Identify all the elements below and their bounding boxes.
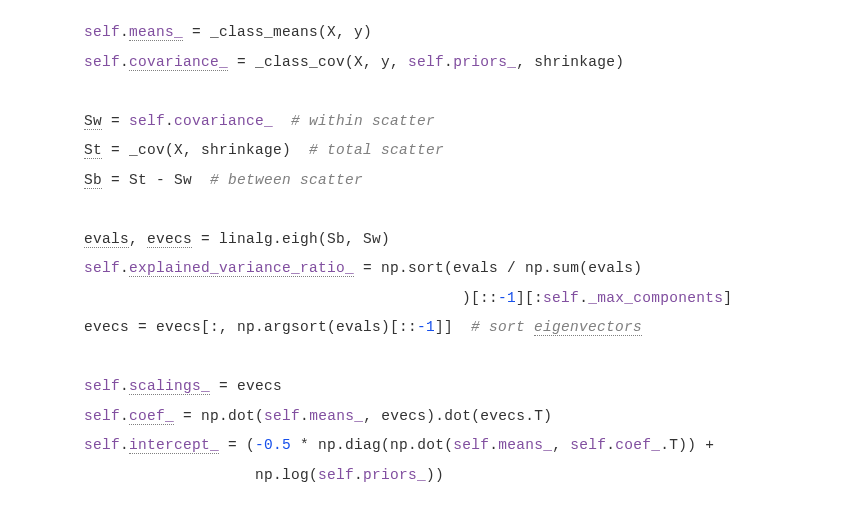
code-token: (X, shrinkage) [165, 142, 291, 158]
code-token: self [543, 290, 579, 306]
code-token: = [228, 54, 255, 70]
code-token: means_ [498, 437, 552, 453]
code-token: St [84, 142, 102, 159]
code-token: priors_ [453, 54, 516, 70]
code-token: Sw [84, 113, 102, 130]
code-token: , [552, 437, 570, 453]
code-token: evecs [147, 231, 192, 248]
code-token [291, 142, 309, 158]
code-token: sort [408, 260, 444, 276]
code-token: _max_components [588, 290, 723, 306]
code-token: )[:: [84, 290, 498, 306]
code-token: self [264, 408, 300, 424]
code-token: self [84, 378, 120, 394]
code-token: self [408, 54, 444, 70]
code-token: np. [84, 467, 282, 483]
code-token: . [120, 54, 129, 70]
code-token: (X, y, [345, 54, 408, 70]
code-token: = np. [354, 260, 408, 276]
code-token: -1 [498, 290, 516, 306]
code-token: _class_cov [255, 54, 345, 70]
code-token: self [84, 437, 120, 453]
code-line: self.coef_ = np.dot(self.means_, evecs).… [84, 408, 552, 425]
code-line: self.covariance_ = _class_cov(X, y, self… [84, 54, 624, 71]
code-token: . [120, 408, 129, 424]
code-token: ( [309, 467, 318, 483]
code-token: (Sb, Sw) [318, 231, 390, 247]
code-token: , evecs). [363, 408, 444, 424]
code-token: . [120, 24, 129, 40]
code-token: self [129, 113, 165, 129]
code-token: (evecs.T) [471, 408, 552, 424]
code-token: evecs = evecs[:, np. [84, 319, 264, 335]
code-token: # within scatter [291, 113, 435, 129]
code-token: . [120, 378, 129, 394]
code-block: self.means_ = _class_means(X, y) self.co… [0, 0, 868, 490]
code-token: .T)) + [660, 437, 714, 453]
code-token: . [489, 437, 498, 453]
code-token: intercept_ [129, 437, 219, 454]
code-token: . [120, 437, 129, 453]
code-token: diag [345, 437, 381, 453]
code-token: -0.5 [255, 437, 291, 453]
code-token: self [570, 437, 606, 453]
code-token: self [84, 408, 120, 424]
code-token: -1 [417, 319, 435, 335]
code-token: ] [723, 290, 732, 306]
code-token: = St - Sw [102, 172, 210, 188]
code-line: Sb = St - Sw # between scatter [84, 172, 363, 189]
code-line: self.means_ = _class_means(X, y) [84, 24, 372, 41]
code-line: self.explained_variance_ratio_ = np.sort… [84, 260, 642, 277]
code-token: = [183, 24, 210, 40]
code-token: ]] [435, 319, 471, 335]
code-token: coef_ [129, 408, 174, 425]
code-token: = [102, 142, 129, 158]
code-line: St = _cov(X, shrinkage) # total scatter [84, 142, 444, 159]
code-token: = np. [174, 408, 228, 424]
code-token: (X, y) [318, 24, 372, 40]
code-token: = evecs [210, 378, 282, 394]
code-token: dot [228, 408, 255, 424]
code-token: sum [552, 260, 579, 276]
code-token: ( [444, 437, 453, 453]
code-line: evecs = evecs[:, np.argsort(evals)[::-1]… [84, 319, 642, 336]
code-token: covariance_ [174, 113, 273, 129]
code-token: . [579, 290, 588, 306]
code-token: eigh [282, 231, 318, 247]
code-token: explained_variance_ratio_ [129, 260, 354, 277]
code-token: (np. [381, 437, 417, 453]
code-token: dot [444, 408, 471, 424]
code-token: log [282, 467, 309, 483]
code-token: self [453, 437, 489, 453]
code-token: )) [426, 467, 444, 483]
code-line: self.scalings_ = evecs [84, 378, 282, 395]
code-line: )[::-1][:self._max_components] [84, 290, 732, 306]
code-token [273, 113, 291, 129]
code-token: * np. [291, 437, 345, 453]
code-token: (evals)[:: [327, 319, 417, 335]
code-line: evals, evecs = linalg.eigh(Sb, Sw) [84, 231, 390, 248]
code-token: ][: [516, 290, 543, 306]
code-token: _cov [129, 142, 165, 158]
code-line: Sw = self.covariance_ # within scatter [84, 113, 435, 130]
code-token: ( [255, 408, 264, 424]
code-token: . [300, 408, 309, 424]
code-token: priors_ [363, 467, 426, 483]
code-token: _class_means [210, 24, 318, 40]
code-token: (evals) [579, 260, 642, 276]
code-token: = [102, 113, 129, 129]
code-token: = ( [219, 437, 255, 453]
code-token: . [444, 54, 453, 70]
code-token: self [84, 54, 120, 70]
code-token: . [165, 113, 174, 129]
code-token: eigenvectors [534, 319, 642, 336]
code-token: . [354, 467, 363, 483]
code-token: evals [84, 231, 129, 248]
code-line: self.intercept_ = (-0.5 * np.diag(np.dot… [84, 437, 714, 454]
code-token: argsort [264, 319, 327, 335]
code-token: self [84, 260, 120, 276]
code-token: means_ [129, 24, 183, 41]
code-token: self [84, 24, 120, 40]
code-token: Sb [84, 172, 102, 189]
code-line: np.log(self.priors_)) [84, 467, 444, 483]
